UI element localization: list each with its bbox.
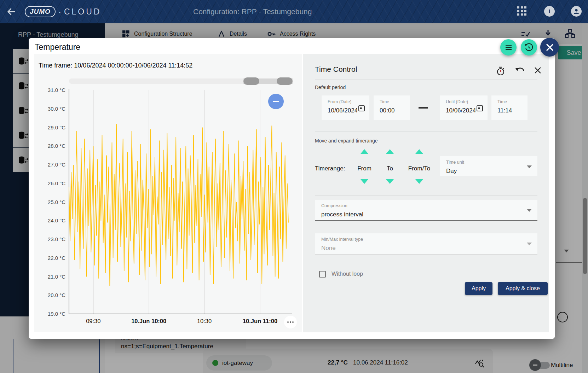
until-time-value: 11:14	[497, 107, 512, 114]
timerange-fromto-down-arrow[interactable]	[415, 179, 423, 184]
timerange-option-fromto: From/To	[405, 165, 433, 172]
time-unit-label: Time unit	[446, 160, 464, 165]
timerange-to-down-arrow[interactable]	[386, 179, 394, 184]
calendar-icon[interactable]	[476, 105, 483, 112]
person-icon	[573, 8, 580, 15]
chevron-down-icon	[527, 165, 532, 168]
y-axis-tick-label: 24.0 °C	[48, 217, 65, 223]
dialog-close-fab[interactable]	[540, 38, 559, 57]
y-axis-tick-label: 20.0 °C	[48, 292, 65, 298]
history-icon	[524, 43, 534, 52]
history-fab[interactable]	[521, 39, 537, 56]
compression-label: Compression	[321, 203, 347, 208]
app-bar: JUMO · CLOUD Configuration: RPP - Testum…	[0, 0, 588, 23]
y-axis-tick-label: 31.0 °C	[48, 87, 65, 93]
time-frame-text: Time frame: 10/06/2024 00:00:00-10/06/20…	[39, 62, 192, 69]
temperature-dialog: Temperature Time frame: 10/06/2024 00:00…	[29, 38, 555, 339]
y-axis-tick-label: 23.0 °C	[48, 236, 65, 242]
until-date-value: 10/06/2024	[446, 107, 475, 114]
range-slider-left-handle[interactable]	[243, 77, 259, 85]
back-arrow-icon[interactable]	[6, 7, 16, 17]
screen: JUMO · CLOUD Configuration: RPP - Testum…	[0, 0, 588, 373]
time-control-panel: Time Control Default period From (Date) …	[303, 54, 549, 332]
time-control-title: Time Control	[315, 65, 357, 74]
divider	[315, 196, 537, 196]
chart-panel: Time frame: 10/06/2024 00:00:00-10/06/20…	[34, 54, 302, 332]
timerange-option-from: From	[352, 165, 376, 172]
y-axis-tick-label: 30.0 °C	[48, 106, 65, 112]
y-axis-tick-label: 25.0 °C	[48, 199, 65, 205]
minmax-interval-select[interactable]: Min/Max interval type None	[315, 233, 537, 255]
info-icon[interactable]: i	[544, 6, 555, 17]
from-time-field[interactable]: Time 00:00	[374, 95, 410, 120]
chevron-down-icon	[527, 243, 532, 245]
list-icon	[506, 45, 512, 50]
dialog-title: Temperature	[35, 42, 80, 52]
cloud-logo-text: CLOUD	[64, 7, 102, 17]
timerange-label: Timerange:	[315, 165, 345, 172]
from-date-field[interactable]: From (Date) 10/06/2024	[322, 95, 369, 120]
compression-select[interactable]: Compression process interval	[315, 200, 537, 221]
y-axis-tick-label: 19.0 °C	[48, 311, 65, 317]
divider	[315, 132, 537, 132]
time-unit-select[interactable]: Time unit Day	[440, 156, 537, 176]
chart-line-temperature	[69, 124, 288, 286]
close-icon[interactable]	[534, 66, 542, 74]
timerange-fromto-up-arrow[interactable]	[415, 149, 423, 154]
x-axis-tick-label: 09:30	[86, 318, 100, 324]
compression-value: process interval	[321, 211, 363, 218]
y-axis-tick-label: 27.0 °C	[48, 162, 65, 168]
from-date-value: 10/06/2024	[328, 107, 357, 114]
minmax-interval-label: Min/Max interval type	[321, 237, 363, 242]
x-axis-tick-label: 10.Jun 10:00	[131, 318, 166, 324]
x-axis-tick-label: 10.Jun 11:00	[243, 318, 277, 324]
y-axis-tick-label: 29.0 °C	[48, 124, 65, 130]
page-title: Configuration: RPP - Testumgebung	[193, 0, 312, 23]
y-axis-tick-label: 26.0 °C	[48, 180, 65, 186]
chart-menu-dots-icon[interactable]	[284, 316, 297, 328]
apps-grid-icon[interactable]	[517, 6, 527, 16]
y-axis-tick-label: 21.0 °C	[48, 274, 65, 280]
chevron-down-icon	[527, 209, 532, 212]
minmax-interval-value: None	[321, 245, 336, 252]
from-date-label: From (Date)	[328, 99, 351, 104]
datapoint-list-fab[interactable]	[500, 39, 517, 56]
jumo-logo-text: JUMO	[25, 6, 56, 17]
jumo-cloud-logo: JUMO · CLOUD	[25, 5, 101, 18]
timerange-to-up-arrow[interactable]	[386, 149, 394, 154]
from-time-label: Time	[380, 99, 389, 104]
x-axis-tick-label: 10:30	[197, 318, 212, 324]
undo-icon[interactable]	[515, 66, 525, 74]
from-time-value: 00:00	[380, 107, 395, 114]
timer-icon[interactable]	[496, 66, 505, 76]
time-unit-value: Day	[446, 168, 457, 175]
divider	[315, 80, 537, 80]
without-loop-checkbox[interactable]	[319, 271, 326, 278]
until-time-label: Time	[497, 99, 507, 104]
range-slider-right-handle[interactable]	[277, 77, 293, 85]
apply-close-button[interactable]: Apply & close	[498, 282, 548, 295]
apply-button[interactable]: Apply	[465, 282, 492, 295]
account-icon[interactable]	[571, 6, 582, 17]
close-icon	[546, 43, 554, 52]
until-date-label: Until (Date)	[446, 99, 468, 104]
y-axis-tick-label: 28.0 °C	[48, 143, 65, 149]
without-loop-label: Without loop	[332, 271, 363, 277]
y-axis-tick-label: 22.0 °C	[48, 255, 65, 261]
move-expand-label: Move and expand timerange	[315, 138, 377, 144]
range-slider-track[interactable]	[69, 78, 293, 84]
date-range-dash	[419, 107, 428, 109]
default-period-label: Default period	[315, 84, 346, 90]
timerange-from-down-arrow[interactable]	[361, 179, 368, 184]
timerange-from-up-arrow[interactable]	[361, 149, 368, 154]
until-time-field[interactable]: Time 11:14	[491, 95, 528, 120]
until-date-field[interactable]: Until (Date) 10/06/2024	[440, 95, 488, 120]
timerange-option-to: To	[382, 165, 398, 172]
logo-separator: ·	[58, 7, 61, 17]
temperature-chart: 09:3010.Jun 10:0010:3010.Jun 11:0031.0 °…	[34, 86, 302, 332]
calendar-icon[interactable]	[358, 105, 365, 112]
